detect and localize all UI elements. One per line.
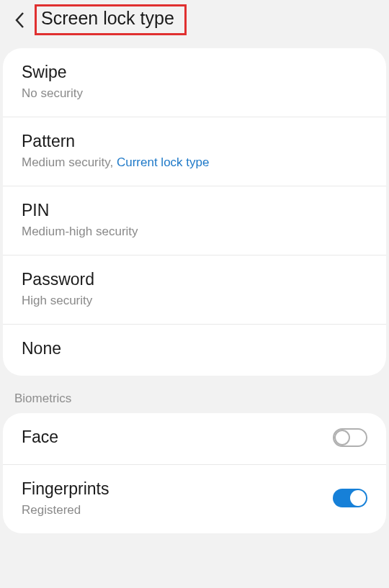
fingerprints-toggle[interactable]	[333, 489, 367, 507]
title-highlight: Screen lock type	[35, 4, 187, 35]
biometric-face[interactable]: Face	[3, 413, 386, 465]
lock-type-pin[interactable]: PIN Medium-high security	[3, 186, 386, 255]
biometric-title: Face	[22, 426, 58, 448]
lock-type-password[interactable]: Password High security	[3, 255, 386, 325]
section-label-biometrics: Biometrics	[0, 376, 389, 413]
page-title: Screen lock type	[41, 8, 174, 29]
biometric-sub: Registered	[22, 503, 109, 517]
face-toggle[interactable]	[333, 428, 367, 447]
lock-type-swipe[interactable]: Swipe No security	[3, 48, 386, 117]
biometric-title: Fingerprints	[22, 478, 109, 500]
back-icon[interactable]	[9, 9, 32, 32]
header: Screen lock type	[0, 0, 389, 48]
lock-type-title: None	[22, 338, 367, 360]
lock-type-none[interactable]: None	[3, 325, 386, 376]
lock-type-pattern[interactable]: Pattern Medium security, Current lock ty…	[3, 117, 386, 186]
lock-type-sub: High security	[22, 294, 367, 308]
lock-types-card: Swipe No security Pattern Medium securit…	[3, 48, 386, 376]
lock-type-sub: No security	[22, 86, 367, 101]
biometric-fingerprints[interactable]: Fingerprints Registered	[3, 465, 386, 533]
lock-type-title: PIN	[22, 199, 367, 222]
lock-type-title: Password	[22, 268, 367, 291]
lock-type-sub: Medium security, Current lock type	[22, 155, 367, 170]
lock-type-title: Pattern	[22, 130, 367, 153]
biometrics-card: Face Fingerprints Registered	[3, 413, 386, 533]
lock-type-title: Swipe	[22, 61, 367, 83]
lock-type-sub: Medium-high security	[22, 225, 367, 239]
current-lock-label: Current lock type	[117, 155, 210, 169]
